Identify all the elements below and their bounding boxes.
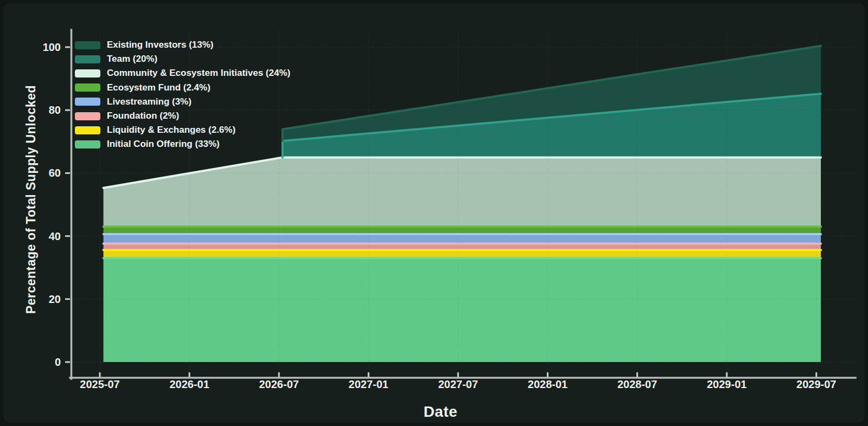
y-tick-label: 0 bbox=[55, 356, 61, 368]
legend-label: Community & Ecosystem Initiatives (24%) bbox=[107, 68, 290, 79]
legend-item-team: Team (20%) bbox=[75, 52, 290, 66]
legend-label: Ecosystem Fund (2.4%) bbox=[107, 82, 210, 93]
legend-label: Livestreaming (3%) bbox=[107, 96, 192, 107]
legend-swatch-existing-investors bbox=[75, 41, 100, 49]
x-tick-label: 2028-01 bbox=[528, 378, 567, 390]
y-tick-label: 40 bbox=[49, 230, 61, 242]
legend-label: Existing Investors (13%) bbox=[107, 40, 214, 50]
legend-label: Liquidity & Exchanges (2.6%) bbox=[107, 125, 235, 135]
legend-item-ecosystem-fund: Ecosystem Fund (2.4%) bbox=[75, 81, 290, 95]
legend-item-ico: Initial Coin Offering (33%) bbox=[75, 137, 290, 151]
x-tick-label: 2027-07 bbox=[438, 378, 478, 390]
y-tick-label: 100 bbox=[43, 41, 61, 53]
legend-swatch-team bbox=[75, 55, 100, 63]
x-tick-label: 2029-07 bbox=[796, 378, 836, 390]
legend-label: Initial Coin Offering (33%) bbox=[107, 139, 220, 150]
legend-item-foundation: Foundation (2%) bbox=[75, 109, 290, 123]
legend-swatch-ecosystem-fund bbox=[75, 83, 100, 92]
legend-item-existing-investors: Existing Investors (13%) bbox=[75, 38, 290, 52]
x-tick-label: 2027-01 bbox=[349, 378, 388, 390]
area-band-ecosystem-fund bbox=[104, 227, 821, 234]
x-tick-label: 2028-07 bbox=[617, 378, 657, 390]
legend-label: Foundation (2%) bbox=[107, 111, 179, 121]
y-tick-label: 80 bbox=[49, 104, 61, 116]
legend-swatch-liquidity bbox=[75, 126, 100, 134]
legend-swatch-community bbox=[75, 69, 100, 78]
legend-item-liquidity: Liquidity & Exchanges (2.6%) bbox=[75, 123, 290, 137]
area-band-initial-coin-offering bbox=[104, 258, 821, 362]
x-tick-label: 2026-01 bbox=[169, 378, 209, 390]
legend-item-community: Community & Ecosystem Initiatives (24%) bbox=[75, 66, 290, 80]
legend-item-livestreaming: Livestreaming (3%) bbox=[75, 95, 290, 109]
legend: Existing Investors (13%) Team (20%) Comm… bbox=[75, 38, 290, 152]
x-tick-label: 2026-07 bbox=[259, 378, 298, 390]
legend-swatch-foundation bbox=[75, 112, 100, 120]
y-tick-label: 20 bbox=[49, 293, 61, 305]
x-tick-label: 2029-01 bbox=[707, 378, 746, 390]
area-band-livestreaming bbox=[104, 234, 821, 243]
area-band-community-ecosystem-initiatives bbox=[104, 157, 821, 227]
y-axis-title: Percentage of Total Supply Unlocked bbox=[24, 85, 39, 314]
area-band-liquidity-exchanges bbox=[104, 250, 821, 258]
x-axis-title: Date bbox=[424, 403, 458, 421]
y-tick-label: 60 bbox=[49, 167, 61, 179]
legend-label: Team (20%) bbox=[107, 54, 157, 64]
legend-swatch-ico bbox=[75, 140, 100, 149]
legend-swatch-livestreaming bbox=[75, 98, 100, 106]
x-tick-label: 2025-07 bbox=[80, 378, 119, 390]
